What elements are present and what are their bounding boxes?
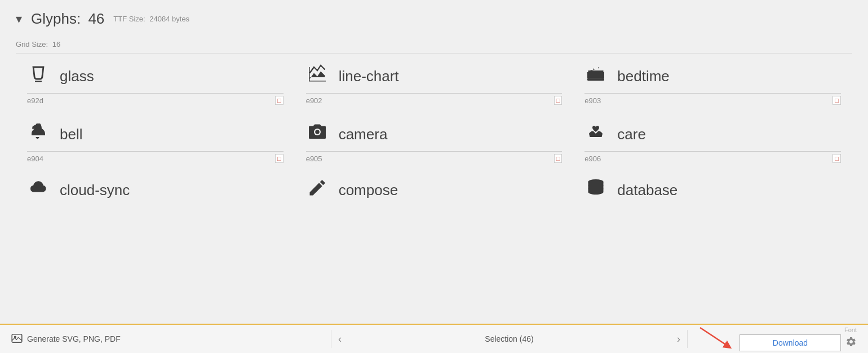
glyph-cell-database[interactable]: database: [573, 167, 852, 213]
glyph-preview-care: □: [832, 154, 841, 163]
font-label: Font: [844, 326, 857, 333]
glyph-footer-line-chart: e902 □: [306, 93, 563, 105]
glyph-cell-line-chart[interactable]: line-chart e902 □: [295, 54, 574, 109]
glyph-footer-camera: e905 □: [306, 151, 563, 163]
glyph-preview-glass: □: [275, 96, 284, 105]
svg-line-15: [700, 328, 728, 346]
ttf-size-value: 24084 bytes: [149, 15, 189, 23]
database-icon: [584, 178, 607, 202]
glyph-cell-care[interactable]: care e906 □: [573, 109, 852, 167]
glyphs-title: Glyphs: 46: [31, 10, 104, 28]
selection-label: Selection (46): [353, 334, 666, 343]
glyph-code-bedtime: e903: [584, 96, 601, 105]
svg-rect-11: [35, 188, 38, 191]
nav-next-button[interactable]: ›: [677, 333, 680, 345]
generate-button[interactable]: Generate SVG, PNG, PDF: [11, 334, 324, 345]
glyph-name-camera: camera: [339, 126, 388, 143]
glyph-code-bell: e904: [27, 155, 43, 163]
glyph-preview-line-chart: □: [554, 96, 563, 105]
grid-size-value: 16: [52, 40, 60, 48]
image-icon: [11, 334, 23, 345]
glyph-name-bell: bell: [60, 126, 82, 143]
toolbar: Generate SVG, PNG, PDF ‹ Selection (46) …: [0, 324, 868, 353]
glyph-name-bedtime: bedtime: [617, 68, 670, 85]
glyph-header: ✦ ✦ bedtime: [584, 64, 841, 89]
glyph-header: line-chart: [306, 64, 563, 89]
glyph-header: cloud-sync: [27, 178, 284, 202]
glyph-code-care: e906: [584, 155, 601, 163]
glyph-header: care: [584, 122, 841, 147]
svg-text:✦: ✦: [597, 67, 600, 69]
glyph-cell-bedtime[interactable]: ✦ ✦ bedtime e903 □: [573, 54, 852, 109]
glyph-header: camera: [306, 122, 563, 147]
glyph-code-glass: e92d: [27, 96, 43, 105]
download-section: Font Download: [739, 326, 857, 351]
glyph-footer-glass: e92d □: [27, 93, 284, 105]
download-row: Download: [739, 334, 857, 351]
glyph-footer-care: e906 □: [584, 151, 841, 163]
toolbar-divider-right: [687, 330, 688, 348]
glyph-name-database: database: [617, 182, 677, 199]
svg-point-10: [321, 127, 323, 129]
svg-rect-0: [35, 81, 42, 82]
camera-icon: [306, 122, 329, 147]
glyph-name-compose: compose: [339, 182, 398, 199]
glyph-name-cloud-sync: cloud-sync: [60, 182, 130, 199]
glyph-name-glass: glass: [60, 68, 94, 85]
line-chart-icon: [306, 64, 329, 89]
svg-rect-13: [12, 334, 22, 342]
glyph-code-line-chart: e902: [306, 96, 322, 105]
glyphs-count: 46: [88, 10, 104, 27]
main-content: ▾ Glyphs: 46 TTF Size: 24084 bytes Grid …: [0, 0, 868, 324]
collapse-icon[interactable]: ▾: [16, 12, 22, 27]
toolbar-divider-left: [331, 330, 331, 348]
glyph-header: compose: [306, 178, 563, 202]
generate-label: Generate SVG, PNG, PDF: [27, 334, 121, 343]
care-icon: [584, 122, 607, 147]
glyph-footer-bell: e904 □: [27, 151, 284, 163]
glyph-cell-camera[interactable]: camera e905 □: [295, 109, 574, 167]
bell-icon: [27, 122, 50, 147]
grid-size-row: Grid Size: 16: [16, 36, 852, 54]
glyph-preview-bedtime: □: [832, 96, 841, 105]
glyph-cell-glass[interactable]: glass e92d □: [16, 54, 295, 109]
svg-point-9: [315, 130, 320, 134]
glyph-cell-cloud-sync[interactable]: cloud-sync: [16, 167, 295, 213]
glyph-header: database: [584, 178, 841, 202]
glyph-header: bell: [27, 122, 284, 147]
glyph-preview-bell: □: [275, 154, 284, 163]
settings-icon[interactable]: [845, 336, 857, 350]
glyph-name-care: care: [617, 126, 646, 143]
glyph-code-camera: e905: [306, 155, 322, 163]
ttf-size-label: TTF Size: 24084 bytes: [113, 15, 189, 23]
glyphs-grid: glass e92d □ line-chart: [16, 54, 852, 213]
glass-icon: [27, 64, 50, 89]
bedtime-icon: ✦ ✦: [584, 64, 607, 89]
ttf-label: TTF Size:: [113, 15, 145, 23]
glyph-cell-compose[interactable]: compose: [295, 167, 574, 213]
red-arrow-indicator: [694, 325, 739, 353]
header-row: ▾ Glyphs: 46 TTF Size: 24084 bytes: [16, 10, 852, 28]
svg-text:✦: ✦: [592, 68, 595, 71]
glyph-header: glass: [27, 64, 284, 89]
grid-size-label: Grid Size:: [16, 40, 48, 48]
glyph-name-line-chart: line-chart: [339, 68, 399, 85]
cloud-sync-icon: [27, 178, 50, 202]
glyphs-label: Glyphs:: [31, 10, 81, 27]
nav-prev-button[interactable]: ‹: [338, 333, 342, 345]
download-button[interactable]: Download: [739, 334, 841, 351]
glyph-preview-camera: □: [554, 154, 563, 163]
glyph-cell-bell[interactable]: bell e904 □: [16, 109, 295, 167]
glyph-footer-bedtime: e903 □: [584, 93, 841, 105]
compose-icon: [306, 178, 329, 202]
svg-rect-2: [587, 78, 604, 81]
